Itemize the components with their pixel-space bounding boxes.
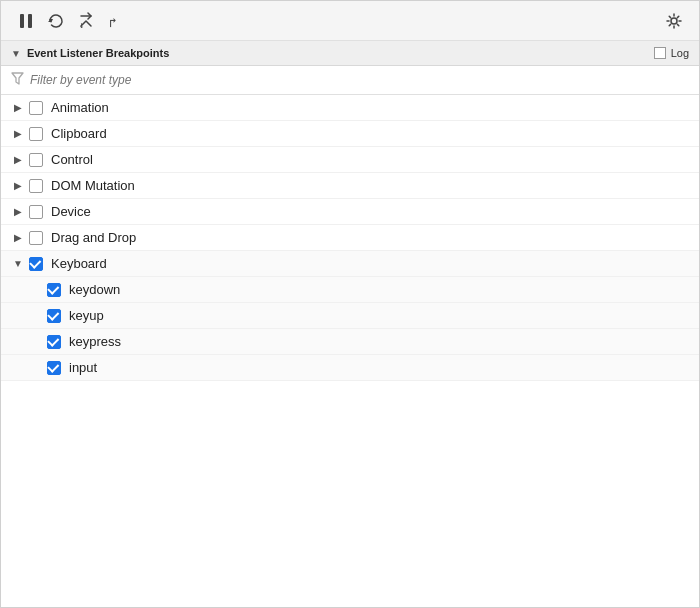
expand-arrow-control: ▶ [11, 154, 25, 165]
list-item[interactable]: ▶ Drag and Drop [1, 225, 699, 251]
item-label-clipboard: Clipboard [51, 126, 107, 141]
checkbox-keydown[interactable] [47, 283, 61, 297]
svg-rect-0 [20, 14, 24, 28]
sub-item-input[interactable]: input [1, 355, 699, 381]
expand-arrow-drag-drop: ▶ [11, 232, 25, 243]
svg-marker-7 [12, 73, 23, 84]
checkbox-animation[interactable] [29, 101, 43, 115]
sub-item-keydown[interactable]: keydown [1, 277, 699, 303]
checkbox-dom-mutation[interactable] [29, 179, 43, 193]
sub-item-keypress[interactable]: keypress [1, 329, 699, 355]
checkbox-control[interactable] [29, 153, 43, 167]
section-title: Event Listener Breakpoints [27, 47, 654, 59]
item-label-keypress: keypress [69, 334, 121, 349]
item-label-input: input [69, 360, 97, 375]
item-label-control: Control [51, 152, 93, 167]
item-label-dom-mutation: DOM Mutation [51, 178, 135, 193]
item-label-animation: Animation [51, 100, 109, 115]
expand-arrow-device: ▶ [11, 206, 25, 217]
item-label-keyup: keyup [69, 308, 104, 323]
checkbox-keypress[interactable] [47, 335, 61, 349]
expand-arrow-dom-mutation: ▶ [11, 180, 25, 191]
section-header: ▼ Event Listener Breakpoints Log [1, 41, 699, 66]
pause-button[interactable] [11, 8, 41, 34]
expand-arrow-keyboard: ▼ [11, 258, 25, 269]
log-label: Log [671, 47, 689, 59]
expand-arrow-animation: ▶ [11, 102, 25, 113]
list-item[interactable]: ▶ Control [1, 147, 699, 173]
log-checkbox[interactable] [654, 47, 666, 59]
settings-button[interactable] [659, 8, 689, 34]
section-toggle[interactable]: ▼ [11, 48, 21, 59]
list-item[interactable]: ▶ Clipboard [1, 121, 699, 147]
item-label-keydown: keydown [69, 282, 120, 297]
expand-arrow-clipboard: ▶ [11, 128, 25, 139]
list-item[interactable]: ▶ Animation [1, 95, 699, 121]
list-item[interactable]: ▶ DOM Mutation [1, 173, 699, 199]
checkbox-keyboard[interactable] [29, 257, 43, 271]
event-list: ▶ Animation ▶ Clipboard ▶ Control ▶ DOM … [1, 95, 699, 607]
checkbox-drag-drop[interactable] [29, 231, 43, 245]
filter-bar [1, 66, 699, 95]
svg-point-6 [671, 18, 677, 24]
checkbox-clipboard[interactable] [29, 127, 43, 141]
toolbar: ↓ ↱ [1, 1, 699, 41]
checkbox-keyup[interactable] [47, 309, 61, 323]
item-label-drag-drop: Drag and Drop [51, 230, 136, 245]
filter-input[interactable] [30, 73, 689, 87]
checkbox-input[interactable] [47, 361, 61, 375]
log-area: Log [654, 47, 689, 59]
list-item-keyboard[interactable]: ▼ Keyboard [1, 251, 699, 277]
sub-item-keyup[interactable]: keyup [1, 303, 699, 329]
refresh-button[interactable] [41, 8, 71, 34]
svg-text:↓: ↓ [79, 20, 84, 30]
debugger-panel: ↓ ↱ ▼ Event Listener Breakpoints Log [0, 0, 700, 608]
item-label-keyboard: Keyboard [51, 256, 107, 271]
item-label-device: Device [51, 204, 91, 219]
list-item[interactable]: ▶ Device [1, 199, 699, 225]
step-out-button[interactable]: ↱ [101, 8, 131, 34]
checkbox-device[interactable] [29, 205, 43, 219]
svg-rect-1 [28, 14, 32, 28]
step-over-button[interactable]: ↓ [71, 8, 101, 34]
svg-text:↱: ↱ [109, 15, 117, 30]
filter-icon [11, 72, 24, 88]
